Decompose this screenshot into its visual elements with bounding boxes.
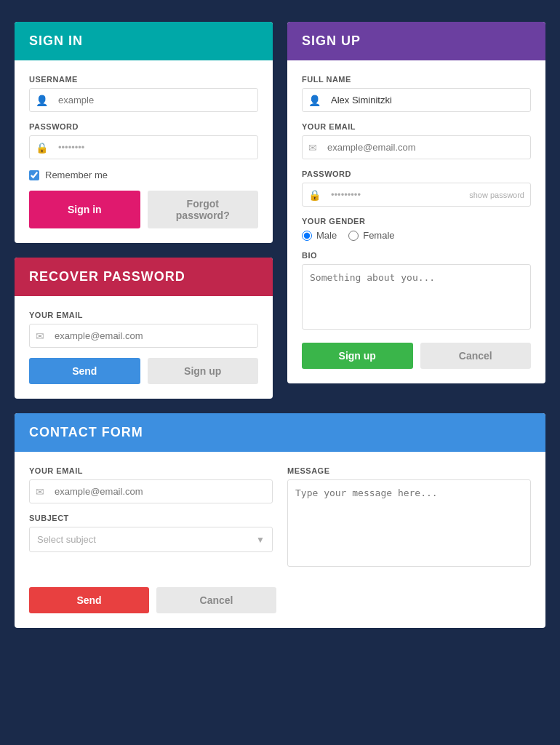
contact-left: YOUR EMAIL ✉ SUBJECT Select subject Gene… — [29, 466, 273, 580]
gender-female-radio[interactable] — [348, 231, 359, 241]
forgot-password-button[interactable]: Forgot password? — [148, 191, 259, 228]
recover-body: YOUR EMAIL ✉ Send Sign up — [15, 296, 273, 399]
fullname-label: FULL NAME — [302, 75, 531, 84]
message-textarea[interactable] — [287, 479, 531, 567]
signin-body: USERNAME 👤 PASSWORD 🔒 — [15, 60, 273, 243]
signup-btn-row: Sign up Cancel — [302, 343, 531, 369]
gender-female-label: Female — [363, 230, 394, 241]
contact-email-wrapper: ✉ — [29, 479, 273, 503]
contact-two-col: YOUR EMAIL ✉ SUBJECT Select subject Gene… — [29, 466, 531, 580]
gender-male-radio[interactable] — [302, 231, 312, 241]
recover-signup-button[interactable]: Sign up — [148, 358, 259, 384]
contact-email-icon: ✉ — [30, 486, 50, 498]
contact-send-button[interactable]: Send — [29, 587, 149, 613]
bio-group: BIO — [302, 251, 531, 332]
recover-header: RECOVER PASSWORD — [15, 258, 273, 296]
fullname-input-wrapper: 👤 — [302, 88, 531, 112]
remember-checkbox[interactable] — [29, 170, 39, 180]
fullname-group: FULL NAME 👤 — [302, 75, 531, 112]
fullname-user-icon: 👤 — [303, 95, 327, 106]
bio-label: BIO — [302, 251, 531, 260]
user-icon: 👤 — [30, 95, 54, 106]
lock-icon: 🔒 — [30, 142, 54, 154]
gender-label: YOUR GENDER — [302, 217, 531, 226]
signup-password-label: PASSWORD — [302, 170, 531, 178]
contact-email-input[interactable] — [50, 480, 272, 503]
signup-email-input[interactable] — [323, 136, 530, 159]
password-input-wrapper: 🔒 — [29, 135, 258, 159]
signin-button[interactable]: Sign in — [29, 191, 140, 228]
subject-select[interactable]: Select subject General Inquiry Support O… — [30, 527, 272, 551]
recover-title: RECOVER PASSWORD — [29, 269, 185, 284]
signup-email-wrapper: ✉ — [302, 135, 531, 159]
bio-textarea[interactable] — [302, 264, 531, 330]
remember-label: Remember me — [45, 170, 108, 180]
signup-lock-icon: 🔒 — [303, 189, 327, 201]
username-group: USERNAME 👤 — [29, 75, 258, 112]
message-label: MESSAGE — [287, 466, 531, 475]
remember-row: Remember me — [29, 170, 258, 180]
signin-card: SIGN IN USERNAME 👤 PASSWORD 🔒 — [15, 22, 273, 243]
contact-email-label: YOUR EMAIL — [29, 466, 273, 475]
gender-male-label: Male — [316, 230, 337, 241]
gender-radio-row: Male Female — [302, 230, 531, 241]
signup-password-group: PASSWORD 🔒 show password — [302, 170, 531, 207]
username-input[interactable] — [54, 89, 257, 111]
right-col: SIGN UP FULL NAME 👤 YOUR EMAIL ✉ — [287, 22, 545, 383]
signin-title: SIGN IN — [29, 33, 83, 48]
recover-email-wrapper: ✉ — [29, 324, 258, 348]
recover-send-button[interactable]: Send — [29, 358, 140, 384]
top-row: SIGN IN USERNAME 👤 PASSWORD 🔒 — [15, 22, 545, 399]
signup-email-label: YOUR EMAIL — [302, 122, 531, 131]
signup-cancel-button[interactable]: Cancel — [420, 343, 532, 369]
contact-right: MESSAGE — [287, 466, 531, 580]
contact-title: CONTACT FORM — [29, 425, 143, 439]
recover-email-icon: ✉ — [30, 330, 50, 342]
contact-header: CONTACT FORM — [15, 413, 545, 452]
username-label: USERNAME — [29, 75, 258, 84]
message-group: MESSAGE — [287, 466, 531, 570]
gender-female-option: Female — [348, 230, 394, 241]
gender-male-option: Male — [302, 230, 337, 241]
left-col: SIGN IN USERNAME 👤 PASSWORD 🔒 — [15, 22, 273, 399]
subject-group: SUBJECT Select subject General Inquiry S… — [29, 514, 273, 552]
show-password-toggle[interactable]: show password — [463, 191, 530, 199]
signup-card: SIGN UP FULL NAME 👤 YOUR EMAIL ✉ — [287, 22, 545, 383]
contact-card: CONTACT FORM YOUR EMAIL ✉ SUBJECT — [15, 413, 545, 628]
username-input-wrapper: 👤 — [29, 88, 258, 112]
signup-body: FULL NAME 👤 YOUR EMAIL ✉ — [287, 60, 545, 383]
subject-label: SUBJECT — [29, 514, 273, 522]
signin-btn-row: Sign in Forgot password? — [29, 191, 258, 228]
main-container: SIGN IN USERNAME 👤 PASSWORD 🔒 — [15, 22, 545, 628]
subject-select-wrapper: Select subject General Inquiry Support O… — [29, 527, 273, 552]
signup-password-input[interactable] — [327, 183, 463, 206]
recover-email-input[interactable] — [50, 324, 257, 347]
recover-email-group: YOUR EMAIL ✉ — [29, 311, 258, 348]
signup-title: SIGN UP — [302, 33, 361, 48]
signin-header: SIGN IN — [15, 22, 273, 60]
gender-group: YOUR GENDER Male Female — [302, 217, 531, 241]
signup-email-group: YOUR EMAIL ✉ — [302, 122, 531, 159]
signup-password-wrapper: 🔒 show password — [302, 183, 531, 207]
signup-submit-button[interactable]: Sign up — [302, 343, 413, 369]
contact-btn-row: Send Cancel — [29, 587, 276, 613]
password-group: PASSWORD 🔒 — [29, 122, 258, 159]
contact-email-group: YOUR EMAIL ✉ — [29, 466, 273, 503]
password-label: PASSWORD — [29, 122, 258, 131]
contact-cancel-button[interactable]: Cancel — [156, 587, 276, 613]
recover-btn-row: Send Sign up — [29, 358, 258, 384]
recover-email-label: YOUR EMAIL — [29, 311, 258, 319]
signup-header: SIGN UP — [287, 22, 545, 60]
recover-card: RECOVER PASSWORD YOUR EMAIL ✉ Send Sign … — [15, 258, 273, 399]
fullname-input[interactable] — [327, 89, 530, 111]
contact-body: YOUR EMAIL ✉ SUBJECT Select subject Gene… — [15, 452, 545, 628]
password-input[interactable] — [54, 136, 257, 159]
signup-email-icon: ✉ — [303, 142, 323, 154]
